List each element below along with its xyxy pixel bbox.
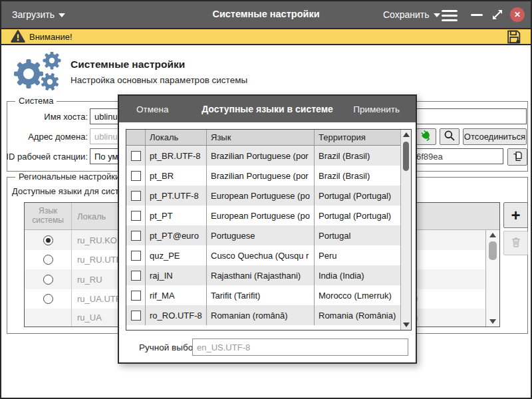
language-cell: Tarifit (Tarifit) xyxy=(206,285,314,305)
territory-cell: Peru xyxy=(314,245,400,265)
scroll-up-icon[interactable] xyxy=(489,233,496,237)
connect-button[interactable] xyxy=(416,128,436,145)
language-cell: Brazilian Portuguese (por xyxy=(206,146,314,166)
workstation-id-label: ID рабочей станции: xyxy=(3,152,88,162)
page-title: Системные настройки xyxy=(70,59,185,70)
delete-language-button[interactable] xyxy=(503,231,528,255)
copy-icon xyxy=(511,150,523,164)
language-cell: Brazilian Portuguese (por xyxy=(206,166,314,186)
locale-cell: quz_PE xyxy=(145,245,206,265)
locale-cell: rif_MA xyxy=(145,285,206,305)
table-row[interactable]: raj_IN Rajasthani (Rajasthani) India (In… xyxy=(126,265,411,285)
system-fieldset-legend: Система xyxy=(15,96,57,106)
table-row[interactable]: quz_PE Cusco Quechua (Qusqu r Peru xyxy=(126,245,411,265)
scroll-down-icon[interactable] xyxy=(489,319,496,324)
column-header-locale: Локаль xyxy=(145,130,206,145)
checkbox[interactable] xyxy=(131,251,141,261)
gears-icon xyxy=(9,52,66,92)
territory-cell: India (India) xyxy=(314,265,400,285)
menu-icon[interactable] xyxy=(442,10,458,21)
locale-cell: pt_BR.UTF-8 xyxy=(145,146,206,166)
disconnect-button[interactable]: Отсоединиться xyxy=(463,128,527,145)
titlebar: Загрузить Системные настройки Сохранить … xyxy=(1,1,531,28)
manual-select-label: Ручной выбор: xyxy=(139,342,200,352)
territory-cell: Brazil (Brasil) xyxy=(314,146,400,166)
scroll-down-icon[interactable] xyxy=(403,323,410,327)
minimize-button[interactable] xyxy=(471,14,483,16)
locale-cell: raj_IN xyxy=(145,265,206,285)
table-row[interactable]: ro_RO.UTF-8 Romanian (română) Romania (R… xyxy=(126,305,411,325)
radio-button[interactable] xyxy=(43,294,53,304)
scrollbar-thumb[interactable] xyxy=(489,241,497,260)
expand-icon[interactable] xyxy=(491,8,504,21)
warning-bar: Внимание! xyxy=(1,28,531,45)
locale-cell: ro_RO.UTF-8 xyxy=(145,305,206,325)
territory-cell: Morocco (Lmerruk) xyxy=(314,285,400,305)
save-menu-button[interactable]: Сохранить xyxy=(383,9,440,20)
locale-cell: pt_PT@euro xyxy=(145,225,206,245)
checkbox[interactable] xyxy=(131,171,141,181)
table-row[interactable]: rif_MA Tarifit (Tarifit) Morocco (Lmerru… xyxy=(126,285,411,305)
hostname-label: Имя хоста: xyxy=(3,112,88,122)
checkbox[interactable] xyxy=(131,231,141,241)
language-cell: European Portuguese (po xyxy=(206,186,314,205)
close-button[interactable]: ✕ xyxy=(510,7,525,22)
language-cell: European Portuguese (po xyxy=(206,205,314,225)
checkbox[interactable] xyxy=(131,191,141,201)
language-cell: Rajasthani (Rajasthani) xyxy=(206,265,314,285)
disconnect-button-label: Отсоединиться xyxy=(464,132,525,142)
locale-cell: pt_PT xyxy=(145,205,206,225)
warning-icon xyxy=(11,29,25,44)
domain-label: Адрес домена: xyxy=(3,132,88,142)
app-window: Загрузить Системные настройки Сохранить … xyxy=(0,0,532,399)
locale-cell: pt_PT.UTF-8 xyxy=(145,186,206,205)
plug-icon xyxy=(420,129,433,144)
checkbox[interactable] xyxy=(131,211,141,221)
radio-button[interactable] xyxy=(43,255,53,265)
dialog-table-header: Локаль Язык Территория xyxy=(126,130,411,146)
table-row[interactable]: pt_PT.UTF-8 European Portuguese (po Port… xyxy=(126,186,411,205)
scrollbar-thumb[interactable] xyxy=(403,142,409,171)
territory-cell: Portugal (Portugal) xyxy=(314,205,400,225)
language-cell: Romanian (română) xyxy=(206,305,314,325)
search-button[interactable] xyxy=(440,128,460,145)
trash-icon xyxy=(509,235,523,251)
column-header-system-language: Язык системы xyxy=(25,203,71,229)
dialog-table-scrollbar xyxy=(400,130,411,330)
locale-cell: pt_BR xyxy=(145,166,206,186)
territory-cell: Brazil (Brasil) xyxy=(314,166,400,186)
territory-cell: Romania (România) xyxy=(314,305,400,325)
dialog-header: Отмена Доступные языки в системе Примени… xyxy=(119,96,416,122)
save-disk-icon[interactable] xyxy=(505,29,523,45)
page-subtitle: Настройка основных параметров системы xyxy=(70,75,247,85)
save-menu-label: Сохранить xyxy=(383,9,430,20)
table-row[interactable]: pt_PT@euro Portuguese Portugal xyxy=(126,225,411,245)
copy-button[interactable] xyxy=(507,148,527,166)
language-cell: Portuguese xyxy=(206,225,314,245)
manual-select-input[interactable] xyxy=(192,338,408,356)
warning-message: Внимание! xyxy=(29,32,72,42)
territory-cell: Portugal (Portugal) xyxy=(314,186,400,205)
table-row[interactable]: pt_BR Brazilian Portuguese (por Brazil (… xyxy=(126,166,411,186)
regional-fieldset-legend: Региональные настройки xyxy=(15,172,123,182)
column-header-territory: Территория xyxy=(314,130,400,145)
chevron-down-icon xyxy=(434,13,440,17)
languages-dialog: Отмена Доступные языки в системе Примени… xyxy=(118,94,417,364)
checkbox[interactable] xyxy=(131,271,141,281)
dialog-languages-table: Локаль Язык Территория pt_BR.UTF-8 Brazi… xyxy=(126,129,412,331)
add-language-button[interactable]: + xyxy=(503,202,528,228)
search-icon xyxy=(444,130,456,144)
table-row[interactable]: pt_BR.UTF-8 Brazilian Portuguese (por Br… xyxy=(126,146,411,166)
scroll-up-icon[interactable] xyxy=(403,132,410,137)
language-cell: Cusco Quechua (Qusqu r xyxy=(206,245,314,265)
radio-button[interactable] xyxy=(43,275,53,285)
apply-button[interactable]: Применить xyxy=(353,104,400,114)
column-header-language: Язык xyxy=(206,130,314,145)
checkbox[interactable] xyxy=(131,311,141,321)
checkbox[interactable] xyxy=(131,151,141,161)
languages-table-scrollbar xyxy=(485,230,499,327)
table-row[interactable]: pt_PT European Portuguese (po Portugal (… xyxy=(126,205,411,225)
checkbox[interactable] xyxy=(131,291,141,301)
radio-button[interactable] xyxy=(43,235,53,245)
plus-icon: + xyxy=(511,206,520,225)
